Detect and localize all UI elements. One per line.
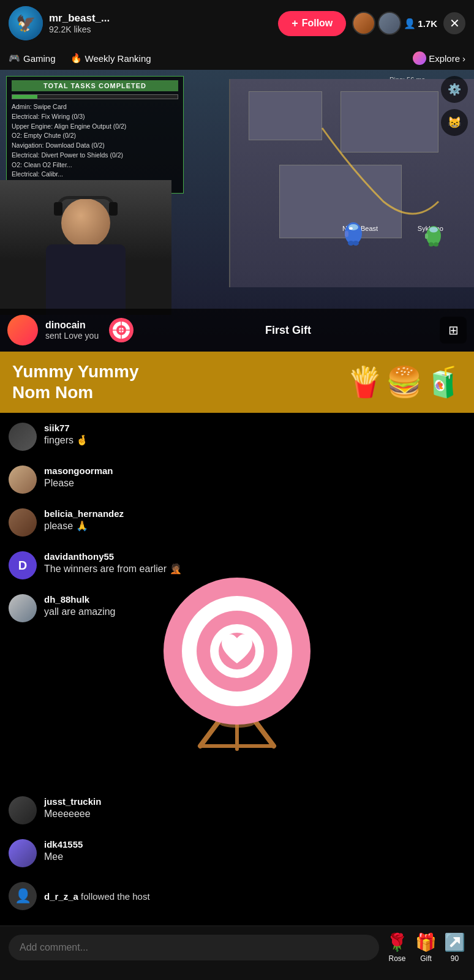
task-item-4: Navigation: Download Data (0/2) [12, 141, 178, 151]
explore-button[interactable]: Explore › [413, 51, 465, 65]
comment-username-jusst: jusst_truckin [44, 796, 465, 807]
gift-label: Gift [420, 954, 432, 963]
bottom-bar: 🌹 Rose 🎁 Gift ↗️ 90 [0, 925, 474, 980]
comment-avatar-siik77[interactable] [9, 423, 37, 451]
top-bar: 🦅 mr_beast_... 92.2K likes + Follow 👤 1.… [0, 0, 474, 47]
mask-button[interactable]: 😸 [441, 109, 468, 136]
gift-user-avatar [7, 315, 38, 345]
task-progress-bar [12, 94, 178, 99]
tasks-header: TOTAL TASKS COMPLETED [12, 80, 178, 91]
tasks-panel: TOTAL TASKS COMPLETED Admin: Swipe Card … [6, 76, 184, 194]
comment-with-gift: dh_88hulk yall are amazing [9, 587, 465, 630]
body [46, 244, 126, 315]
username-label: mr_beast_... [49, 12, 272, 24]
headphones [56, 196, 115, 227]
comment-body-mason: masongoorman Please [44, 466, 465, 490]
player1-sprite [342, 220, 364, 248]
svg-point-4 [353, 241, 359, 246]
gift-icon: 🎁 [415, 932, 437, 952]
follow-notif-label: followed the host [81, 891, 150, 902]
comment-input[interactable] [9, 935, 379, 960]
follow-notif-text: d_r_z_a followed the host [44, 891, 150, 902]
comment-body-idk: idk41555 Mee [44, 839, 465, 864]
svg-line-19 [200, 722, 219, 746]
ad-emojis: 🍟 🍔 🧃 [347, 365, 462, 399]
ad-emoji-2: 🍔 [386, 365, 423, 399]
stream-controls: ⚙️ 😸 [441, 76, 468, 136]
webcam-overlay [0, 180, 171, 315]
explore-icon [413, 51, 426, 65]
player2-sprite [424, 224, 443, 248]
viewer-count: 👤 1.7K [404, 18, 437, 29]
viewer-avatars: 👤 1.7K [352, 12, 437, 35]
task-item-7: Electrical: Calibr... [12, 170, 178, 179]
settings-icon: ⚙️ [448, 83, 461, 96]
gift-action[interactable]: 🎁 Gift [415, 932, 437, 963]
settings-button[interactable]: ⚙️ [441, 76, 468, 103]
gaming-category[interactable]: 🎮 Gaming [9, 53, 56, 64]
rose-action[interactable]: 🌹 Rose [386, 932, 408, 963]
comment-item: belicia_hernandez please 🙏 [9, 501, 465, 544]
ad-title: Yummy YummyNom Nom [12, 361, 347, 402]
comment-text-dh: yall are amazing [44, 606, 465, 619]
likes-label: 92.2K likes [49, 24, 272, 34]
comment-item: idk41555 Mee [9, 832, 465, 875]
svg-point-11 [434, 243, 438, 247]
comments-section: siik77 fingers 🤞 masongoorman Please bel… [0, 413, 474, 979]
share-icon: ↗️ [444, 932, 465, 952]
comment-text-mason: Please [44, 477, 465, 490]
rose-label: Rose [388, 954, 405, 963]
comment-avatar-david[interactable]: D [9, 551, 37, 579]
task-item-5: Electrical: Divert Power to Shields (0/2… [12, 151, 178, 160]
avatar-icon: 🦅 [16, 14, 36, 33]
mask-icon: 😸 [448, 116, 461, 129]
user-info: mr_beast_... 92.2K likes [49, 12, 272, 34]
map-room-1 [249, 91, 322, 140]
first-gift-label: First Gift [144, 324, 432, 337]
comment-username-siik77: siik77 [44, 423, 465, 433]
ad-banner[interactable]: Yummy YummyNom Nom 🍟 🍔 🧃 [0, 352, 474, 413]
explore-label: Explore [429, 53, 460, 64]
avatar-inner: 🦅 [9, 6, 43, 40]
task-item-6: O2: Clean O2 Filter... [12, 160, 178, 170]
comment-avatar-belicia[interactable] [9, 508, 37, 537]
layout-icon: ⊞ [448, 323, 459, 337]
small-target-svg [108, 317, 135, 344]
comment-text-belicia: please 🙏 [44, 520, 465, 533]
comment-username-mason: masongoorman [44, 466, 465, 476]
ad-emoji-1: 🍟 [347, 365, 383, 399]
comment-body-jusst: jusst_truckin Meeeeeee [44, 796, 465, 821]
avatar[interactable]: 🦅 [9, 6, 43, 40]
comment-text-siik77: fingers 🤞 [44, 434, 465, 447]
comment-text-idk: Mee [44, 851, 465, 864]
gift-user-info: dinocain sent Love you [45, 320, 99, 341]
comment-item: D davidanthony55 The winners are from ea… [9, 544, 465, 587]
svg-rect-12 [425, 233, 428, 239]
share-action[interactable]: ↗️ 90 [444, 932, 465, 963]
svg-line-20 [255, 722, 274, 746]
follow-button[interactable]: + Follow [278, 11, 346, 36]
close-button[interactable]: ✕ [443, 12, 465, 34]
viewer-thumb-2[interactable] [378, 12, 401, 35]
comment-username-belicia: belicia_hernandez [44, 508, 465, 519]
task-bar-fill [12, 95, 37, 99]
stream-background: TOTAL TASKS COMPLETED Admin: Swipe Card … [0, 70, 474, 352]
stream-layout-button[interactable]: ⊞ [440, 317, 467, 344]
comment-avatar-jusst[interactable] [9, 796, 37, 824]
comment-avatar-mason[interactable] [9, 466, 37, 494]
task-item-2: Upper Engine: Align Engine Output (0/2) [12, 122, 178, 132]
stream-area: TOTAL TASKS COMPLETED Admin: Swipe Card … [0, 70, 474, 352]
viewer-thumb-1[interactable] [352, 12, 375, 35]
comment-item: masongoorman Please [9, 458, 465, 501]
comment-avatar-dh[interactable] [9, 594, 37, 622]
comment-username-dh: dh_88hulk [44, 594, 465, 605]
svg-point-28 [219, 633, 255, 669]
svg-point-10 [429, 243, 434, 247]
task-item-1: Electrical: Fix Wiring (0/3) [12, 112, 178, 122]
category-bar: 🎮 Gaming 🔥 Weekly Ranking Explore › [0, 47, 474, 70]
comment-avatar-idk[interactable] [9, 839, 37, 867]
follow-notification: 👤 d_r_z_a followed the host [9, 875, 465, 918]
viewer-total-label: 1.7K [418, 18, 437, 29]
follow-notif-avatar: 👤 [9, 882, 37, 910]
ranking-category[interactable]: 🔥 Weekly Ranking [70, 53, 151, 64]
